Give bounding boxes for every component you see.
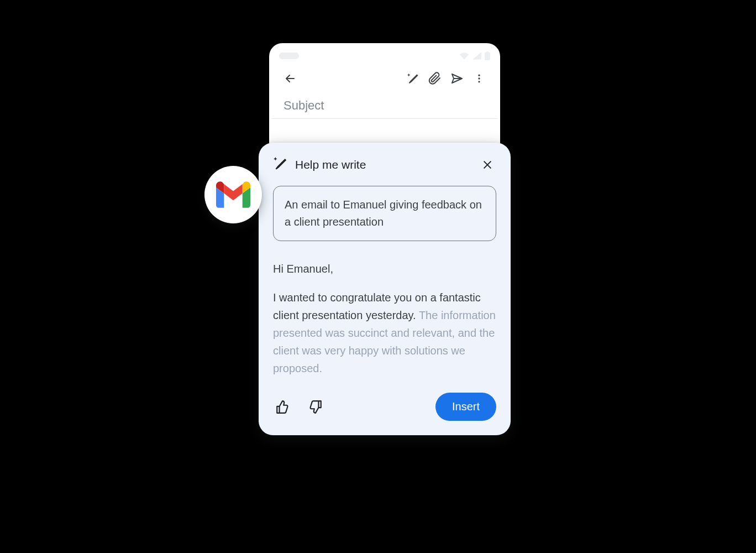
svg-point-1 [478,77,480,79]
gmail-logo-badge [204,166,262,223]
insert-button[interactable]: Insert [435,393,496,421]
signal-icon [473,52,481,60]
help-me-write-panel: Help me write An email to Emanuel giving… [259,143,511,435]
thumbs-up-button[interactable] [273,398,292,416]
battery-icon [485,51,490,60]
magic-write-icon[interactable] [402,67,424,90]
attachment-icon[interactable] [424,67,446,90]
prompt-text: An email to Emanuel giving feedback on a… [285,199,482,228]
status-bar [269,43,500,63]
more-icon[interactable] [468,67,490,90]
wifi-icon [459,52,469,60]
svg-point-2 [478,81,480,82]
close-button[interactable] [479,156,496,174]
compose-toolbar [269,63,500,94]
subject-placeholder: Subject [284,98,324,112]
prompt-input[interactable]: An email to Emanuel giving feedback on a… [273,186,496,241]
thumbs-down-button[interactable] [306,398,325,416]
generated-body: Hi Emanuel, I wanted to congratulate you… [273,260,496,377]
send-icon[interactable] [446,67,468,90]
gmail-icon [216,181,250,208]
subject-field[interactable]: Subject [271,94,498,119]
greeting-line: Hi Emanuel, [273,260,496,278]
panel-title: Help me write [295,158,471,171]
status-icons [459,51,490,60]
magic-pen-icon [273,156,287,173]
svg-point-0 [478,75,480,76]
back-button[interactable] [279,67,301,90]
status-pill [279,53,299,59]
